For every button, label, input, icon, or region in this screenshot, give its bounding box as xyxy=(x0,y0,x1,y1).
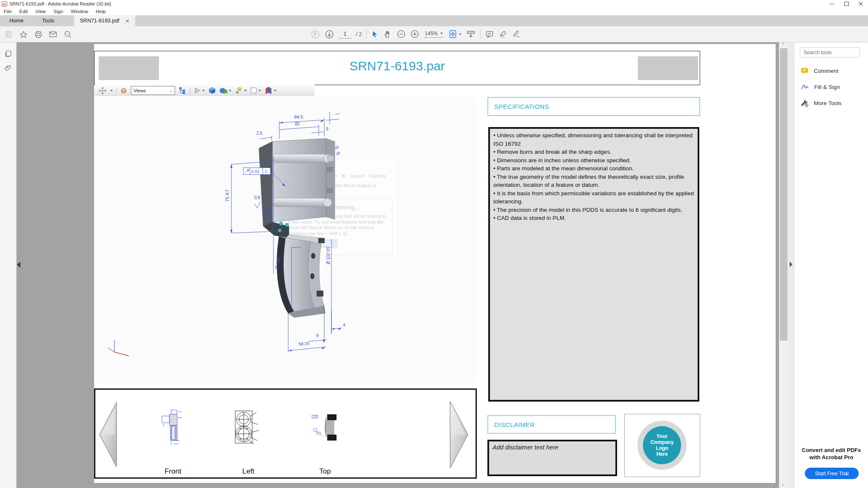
print-icon[interactable] xyxy=(33,29,43,39)
zoom-level-select[interactable]: 145% xyxy=(424,30,444,38)
sidebar-item-fill-sign[interactable]: Fill & Sign xyxy=(795,81,868,92)
sidebar-item-label: Comment xyxy=(814,68,839,74)
next-view-arrow[interactable] xyxy=(448,400,469,469)
tab-document[interactable]: SRN71-6193.pdf xyxy=(74,15,135,26)
views-dropdown[interactable]: Views⌄ xyxy=(131,86,175,95)
scroll-down-icon[interactable]: ⌄ xyxy=(782,483,786,485)
start-free-trial-button[interactable]: Start Free Trial xyxy=(805,468,859,479)
view-label-top: Top xyxy=(306,467,344,476)
menu-sign[interactable]: Sign xyxy=(50,8,67,15)
menu-edit[interactable]: Edit xyxy=(16,8,32,15)
cad-3d-viewer[interactable]: Snipping Tool New Mode ▾ Delay ▾ ✕ Cance… xyxy=(94,97,477,383)
page-number-input[interactable] xyxy=(339,30,351,39)
toolbar-divider xyxy=(366,30,367,39)
comment-tool-icon[interactable] xyxy=(485,30,494,39)
search-icon[interactable] xyxy=(63,29,73,39)
email-icon[interactable] xyxy=(48,29,58,39)
previous-view-arrow[interactable] xyxy=(99,402,117,468)
tab-tools[interactable]: Tools xyxy=(33,15,64,26)
specifications-header: SPECIFICATIONS xyxy=(487,97,700,116)
view-label-left: Left xyxy=(229,467,267,476)
lighting-icon[interactable] xyxy=(235,86,247,94)
render-mode-icon[interactable] xyxy=(220,86,231,94)
svg-text:2.5: 2.5 xyxy=(256,131,262,136)
minimize-button[interactable] xyxy=(825,0,839,8)
sidebar-item-comment[interactable]: Comment xyxy=(795,65,868,76)
search-tools-input[interactable] xyxy=(800,47,860,58)
scrollbar-thumb[interactable] xyxy=(780,48,787,341)
zoom-in-icon[interactable] xyxy=(410,30,419,39)
acrobat-logo-icon xyxy=(2,1,7,7)
collapse-left-arrow-icon[interactable] xyxy=(17,262,20,268)
sidebar-item-more-tools[interactable]: More Tools xyxy=(795,97,868,108)
view-thumbnail-top[interactable] xyxy=(310,413,340,442)
acrobat-window: SRN71-6193.pdf - Adobe Acrobat Reader (3… xyxy=(0,0,868,488)
background-color-icon[interactable] xyxy=(250,87,261,94)
tab-close-icon[interactable] xyxy=(125,19,129,23)
close-button[interactable] xyxy=(854,0,868,8)
svg-text:4: 4 xyxy=(343,323,345,327)
menu-help[interactable]: Help xyxy=(92,8,110,15)
disclaimer-header-label: DISCLAIMER xyxy=(494,421,535,428)
chevron-down-icon xyxy=(274,90,276,92)
view-thumbnail-left[interactable] xyxy=(232,408,265,446)
select-tool-icon[interactable] xyxy=(371,30,379,38)
window-title: SRN71-6193.pdf - Adobe Acrobat Reader (3… xyxy=(9,1,111,6)
left-panel-rail xyxy=(0,42,17,488)
next-page-icon[interactable] xyxy=(325,30,334,39)
spec-item: • The true geometry of the model defines… xyxy=(493,173,694,189)
play-animation-icon[interactable] xyxy=(194,87,205,94)
model-render-cube-icon[interactable] xyxy=(208,86,216,94)
spec-item: • It is the basis from which permissible… xyxy=(493,189,694,206)
axis-triad-icon xyxy=(108,340,129,356)
promo-line2: with Acrobat Pro xyxy=(795,454,868,461)
view-label-front: Front xyxy=(154,467,192,476)
chevron-down-icon xyxy=(202,90,205,92)
wrench-icon xyxy=(801,99,809,107)
svg-text:58.16: 58.16 xyxy=(298,341,309,347)
zoom-out-icon[interactable] xyxy=(397,30,406,39)
home-view-icon[interactable] xyxy=(120,87,128,94)
menu-file[interactable]: File xyxy=(0,8,16,15)
drawing-title-block: SRN71-6193.par xyxy=(94,51,700,85)
spec-item: • CAD data is stored in PLM. xyxy=(493,214,694,222)
fill-sign-icon xyxy=(801,83,809,91)
fill-sign-tool-icon[interactable] xyxy=(512,30,521,39)
view-thumbnail-front[interactable] xyxy=(161,409,185,446)
spec-item: • The precision of the model in this PDD… xyxy=(493,206,694,214)
sidebar-item-label: More Tools xyxy=(814,100,842,106)
specifications-header-label: SPECIFICATIONS xyxy=(494,103,549,110)
hand-tool-icon[interactable] xyxy=(384,30,392,39)
spec-item: • Unless otherwise specified, dimensioni… xyxy=(493,131,694,148)
attachments-icon[interactable] xyxy=(4,64,12,72)
chevron-down-icon[interactable] xyxy=(110,90,113,92)
tools-sidebar: Comment Fill & Sign More Tools Convert a… xyxy=(795,42,868,488)
page-fit-icon[interactable] xyxy=(448,30,462,39)
spec-item: • Remove burrs and break all the sharp e… xyxy=(493,148,694,156)
expand-right-arrow-icon[interactable] xyxy=(790,262,793,267)
cad-3d-toolbar: Views⌄ xyxy=(95,85,314,96)
highlight-tool-icon[interactable] xyxy=(498,30,507,39)
cross-section-icon[interactable] xyxy=(264,86,276,94)
svg-text:84.5: 84.5 xyxy=(294,114,303,119)
star-icon[interactable] xyxy=(18,29,28,39)
rotate-tool-icon[interactable] xyxy=(98,86,107,95)
views-carousel: Front Left Top xyxy=(94,388,477,479)
previous-page-icon[interactable] xyxy=(311,30,320,39)
model-tree-icon[interactable] xyxy=(178,86,186,94)
drawing-title: SRN71-6193.par xyxy=(95,59,700,73)
collapse-toolbar-icon[interactable] xyxy=(466,30,476,39)
tab-home[interactable]: Home xyxy=(0,15,33,26)
svg-text:9: 9 xyxy=(316,333,319,338)
save-icon[interactable] xyxy=(3,29,14,39)
chevron-down-icon xyxy=(259,90,261,92)
page-thumbnails-icon[interactable] xyxy=(4,50,12,58)
svg-text:9: 9 xyxy=(326,127,328,131)
maximize-button[interactable] xyxy=(839,0,854,8)
scroll-up-icon[interactable]: ⌃ xyxy=(782,44,786,46)
menu-window[interactable]: Window xyxy=(67,8,92,15)
sidebar-item-label: Fill & Sign xyxy=(814,84,840,90)
menu-view[interactable]: View xyxy=(31,8,50,15)
zoom-level-value: 145% xyxy=(425,30,438,36)
page-total-label: / 2 xyxy=(356,31,362,37)
